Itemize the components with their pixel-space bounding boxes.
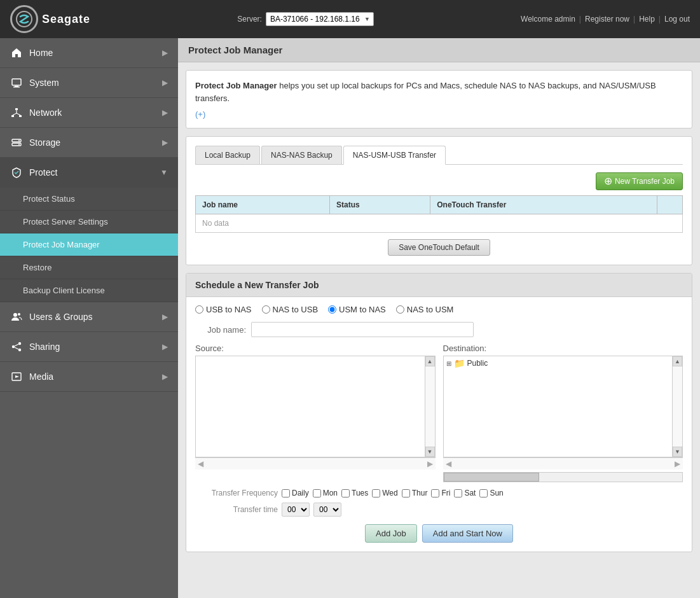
tab-local-backup[interactable]: Local Backup: [195, 146, 260, 164]
time-min-select[interactable]: 000510152025303540455055: [313, 503, 341, 517]
sidebar-item-users-groups[interactable]: Users & Groups ▶: [0, 302, 178, 332]
svg-rect-5: [11, 115, 14, 117]
server-label: Server:: [237, 15, 262, 24]
logout-link[interactable]: Log out: [664, 15, 690, 24]
sidebar-item-storage[interactable]: Storage ▶: [0, 128, 178, 158]
dest-nav-left[interactable]: ◀: [446, 459, 451, 468]
checkbox-tues[interactable]: Tues: [341, 489, 368, 497]
tab-nas-usm-usb[interactable]: NAS-USM-USB Transfer: [343, 146, 446, 165]
checkbox-daily[interactable]: Daily: [282, 489, 309, 497]
add-start-button[interactable]: Add and Start Now: [422, 524, 513, 543]
server-dropdown-wrap[interactable]: BA-371066 - 192.168.1.16: [266, 12, 374, 26]
checkbox-thur[interactable]: Thur: [402, 489, 428, 497]
dest-scroll-up[interactable]: ▲: [673, 356, 682, 366]
dest-folder-label: Public: [467, 359, 488, 368]
network-chevron: ▶: [162, 108, 168, 117]
svg-line-8: [13, 113, 17, 115]
description-card: Protect Job Manager helps you set up loc…: [186, 70, 692, 129]
source-dest-row: Source: ▲ ▼: [195, 344, 683, 482]
sidebar-item-label-network: Network: [29, 108, 62, 118]
sidebar: Home ▶ System ▶ Network ▶: [0, 38, 178, 598]
svg-rect-3: [13, 87, 20, 88]
sidebar-item-backup-client-license[interactable]: Backup Client License: [0, 279, 178, 302]
sidebar-item-media[interactable]: Media ▶: [0, 362, 178, 392]
page-title: Protect Job Manager: [178, 38, 700, 62]
checkbox-fri[interactable]: Fri: [431, 489, 450, 497]
dest-tree-item-public[interactable]: ⊞ 📁 Public: [444, 356, 673, 370]
svg-rect-6: [19, 115, 22, 117]
dest-vscroll[interactable]: ▲ ▼: [672, 356, 682, 457]
source-box: Source: ▲ ▼: [195, 344, 436, 482]
new-job-plus-icon: ⊕: [604, 176, 612, 186]
help-link[interactable]: Help: [639, 15, 655, 24]
expand-public-icon[interactable]: ⊞: [446, 360, 451, 367]
svg-line-9: [17, 113, 20, 115]
sidebar-item-protect[interactable]: Protect ▼: [0, 158, 178, 188]
card-description: Protect Job Manager helps you set up loc…: [195, 80, 683, 104]
table-toolbar: ⊕ New Transfer Job: [195, 172, 683, 190]
dest-tree[interactable]: ⊞ 📁 Public ▲ ▼: [443, 356, 683, 457]
sidebar-item-protect-status[interactable]: Protect Status: [0, 188, 178, 211]
checkbox-wed[interactable]: Wed: [372, 489, 397, 497]
radio-nas-to-usm[interactable]: NAS to USM: [396, 305, 454, 314]
header-nav: Welcome admin | Register now | Help | Lo…: [521, 15, 690, 24]
add-job-button[interactable]: Add Job: [365, 524, 417, 543]
source-tree[interactable]: ▲ ▼: [195, 356, 436, 457]
new-job-btn-label: New Transfer Job: [615, 177, 675, 186]
action-buttons: Add Job Add and Start Now: [195, 524, 683, 543]
sidebar-item-protect-job-manager[interactable]: Protect Job Manager: [0, 233, 178, 256]
schedule-title: Schedule a New Transfer Job: [186, 274, 692, 297]
col-job-name: Job name: [196, 196, 330, 214]
server-selector-area: Server: BA-371066 - 192.168.1.16: [237, 12, 374, 26]
sidebar-item-protect-server-settings[interactable]: Protect Server Settings: [0, 211, 178, 233]
source-scroll-down[interactable]: ▼: [425, 447, 435, 457]
time-hour-select[interactable]: 0001020304050607080910111213141516171819…: [282, 503, 310, 517]
source-nav-left[interactable]: ◀: [198, 459, 203, 468]
source-vscroll[interactable]: ▲ ▼: [425, 356, 435, 457]
source-nav-right[interactable]: ▶: [427, 459, 433, 468]
col-actions: [657, 196, 683, 214]
content-area: Protect Job Manager helps you set up loc…: [178, 62, 700, 560]
job-name-row: Job name:: [195, 322, 683, 337]
job-name-label: Job name:: [195, 325, 246, 335]
system-icon: [10, 76, 23, 89]
new-transfer-job-button[interactable]: ⊕ New Transfer Job: [596, 172, 683, 190]
sidebar-item-home[interactable]: Home ▶: [0, 38, 178, 68]
sidebar-item-restore[interactable]: Restore: [0, 256, 178, 279]
dest-scroll-down[interactable]: ▼: [673, 447, 682, 457]
checkbox-tues-label: Tues: [352, 489, 368, 497]
checkbox-thur-label: Thur: [412, 489, 428, 497]
source-scroll-up[interactable]: ▲: [425, 356, 435, 366]
col-onetouch: OneTouch Transfer: [430, 196, 657, 214]
table-row-no-data: No data: [196, 214, 683, 233]
dest-nav-right[interactable]: ▶: [675, 459, 680, 468]
register-link[interactable]: Register now: [585, 15, 629, 24]
folder-icon: 📁: [454, 358, 465, 368]
server-select[interactable]: BA-371066 - 192.168.1.16: [266, 12, 374, 26]
freq-label: Transfer Frequency: [195, 489, 278, 497]
radio-nas-to-usb[interactable]: NAS to USB: [262, 305, 319, 314]
save-onetouch-button[interactable]: Save OneTouch Default: [388, 239, 490, 256]
tab-nas-nas-backup[interactable]: NAS-NAS Backup: [261, 146, 342, 164]
checkbox-mon[interactable]: Mon: [313, 489, 338, 497]
media-chevron: ▶: [162, 372, 168, 381]
checkbox-wed-label: Wed: [382, 489, 397, 497]
dest-tree-outer: ⊞ 📁 Public ▲ ▼: [443, 356, 683, 469]
radio-usm-to-nas[interactable]: USM to NAS: [328, 305, 386, 314]
transfer-type-group: USB to NAS NAS to USB USM to NAS NAS to …: [195, 305, 683, 314]
svg-point-16: [18, 342, 21, 345]
sidebar-item-label-sharing: Sharing: [29, 342, 60, 352]
header: Seagate Server: BA-371066 - 192.168.1.16…: [0, 0, 700, 38]
checkbox-sun[interactable]: Sun: [479, 489, 503, 497]
users-chevron: ▶: [162, 312, 168, 321]
expand-link[interactable]: (+): [195, 109, 205, 119]
sidebar-item-system[interactable]: System ▶: [0, 68, 178, 98]
job-name-input[interactable]: [251, 322, 474, 337]
sidebar-item-network[interactable]: Network ▶: [0, 98, 178, 128]
svg-rect-4: [15, 108, 18, 110]
jobs-card: Local Backup NAS-NAS Backup NAS-USM-USB …: [186, 136, 692, 265]
radio-usb-to-nas[interactable]: USB to NAS: [195, 305, 252, 314]
sidebar-item-sharing[interactable]: Sharing ▶: [0, 332, 178, 362]
checkbox-sat[interactable]: Sat: [454, 489, 476, 497]
dest-path-bar: [443, 472, 683, 482]
